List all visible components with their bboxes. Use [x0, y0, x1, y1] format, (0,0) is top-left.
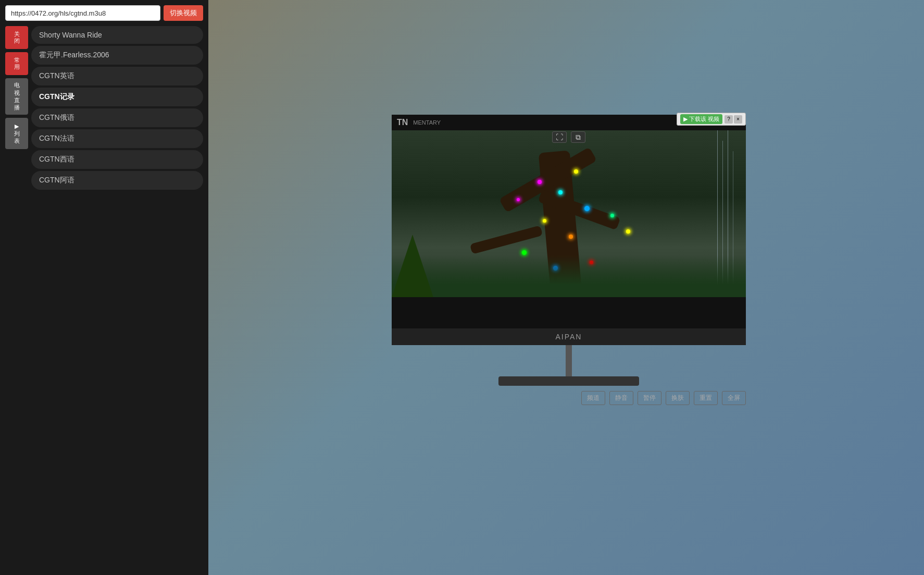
playlist-item-cgtn-doc[interactable]: CGTN记录 — [31, 88, 203, 106]
freq-button[interactable]: 频道 — [581, 391, 605, 405]
fullscreen-button[interactable]: 全屏 — [722, 391, 746, 405]
switch-video-button[interactable]: 切换视频 — [164, 5, 203, 21]
channel-tag: MENTARY — [413, 119, 441, 126]
playlist-item-cgtn-es[interactable]: CGTN西语 — [31, 150, 203, 169]
video-label: AIPAN — [392, 328, 746, 345]
tree-branch-3 — [470, 225, 543, 254]
expand-button[interactable]: ⛶ — [552, 131, 567, 143]
common-button[interactable]: 常 用 — [5, 52, 28, 75]
light-4 — [584, 206, 590, 211]
playlist: Shorty Wanna Ride 霍元甲.Fearless.2006 CGTN… — [31, 26, 203, 190]
playlist-item-shorty[interactable]: Shorty Wanna Ride — [31, 26, 203, 44]
main-content: ▶ 下载该 视频 ? × TN MENTARY ⛶ ⧉ — [214, 0, 924, 575]
light-9 — [626, 229, 630, 234]
playlist-item-cgtn-ru[interactable]: CGTN俄语 — [31, 108, 203, 127]
video-container: ▶ 下载该 视频 ? × TN MENTARY ⛶ ⧉ — [392, 115, 746, 345]
stand-base — [498, 376, 639, 386]
sidebar: 切换视频 关 闭 常 用 电 视 直 播 ▶ 列 表 Shorty Wanna … — [0, 0, 208, 575]
video-footer — [392, 297, 746, 328]
close-button[interactable]: 关 闭 — [5, 26, 28, 49]
download-label: 下载该 视频 — [689, 115, 719, 123]
url-input[interactable] — [5, 5, 160, 21]
playlist-button[interactable]: ▶ 列 表 — [5, 118, 28, 149]
download-video-button[interactable]: ▶ 下载该 视频 — [680, 114, 722, 124]
mute-button[interactable]: 静音 — [609, 391, 633, 405]
swap-button[interactable]: 换肤 — [666, 391, 690, 405]
playlist-item-cgtn-ar[interactable]: CGTN阿语 — [31, 171, 203, 190]
tv-button[interactable]: 电 视 直 播 — [5, 78, 28, 115]
side-nav: 关 闭 常 用 电 视 直 播 ▶ 列 表 Shorty Wanna Ride … — [5, 26, 203, 190]
tv-stand: ▶ 下载该 视频 ? × TN MENTARY ⛶ ⧉ — [392, 115, 746, 405]
video-background — [392, 130, 746, 297]
pause-button[interactable]: 暂停 — [638, 391, 661, 405]
light-1 — [574, 169, 578, 174]
video-screen — [392, 130, 746, 297]
video-top-controls: ⛶ ⧉ — [552, 131, 585, 143]
controls-row: 频道 静音 暂停 换肤 重置 全屏 — [392, 391, 746, 405]
nav-buttons: 关 闭 常 用 电 视 直 播 ▶ 列 表 — [5, 26, 28, 190]
light-12 — [610, 214, 614, 217]
light-2 — [538, 180, 542, 184]
ground-gradient — [392, 255, 746, 297]
stand — [498, 345, 639, 386]
stand-neck — [566, 345, 572, 376]
light-10 — [517, 198, 520, 201]
download-close-button[interactable]: × — [734, 115, 742, 124]
playlist-item-fearless[interactable]: 霍元甲.Fearless.2006 — [31, 46, 203, 65]
light-7 — [522, 250, 527, 255]
playlist-item-cgtn-en[interactable]: CGTN英语 — [31, 67, 203, 85]
playlist-item-cgtn-fr[interactable]: CGTN法语 — [31, 129, 203, 148]
pip-button[interactable]: ⧉ — [571, 131, 585, 143]
download-bar: ▶ 下载该 视频 ? × — [677, 113, 746, 126]
light-6 — [569, 235, 573, 239]
download-info-button[interactable]: ? — [725, 115, 733, 124]
light-5 — [543, 219, 546, 223]
reset-button[interactable]: 重置 — [694, 391, 718, 405]
download-close-buttons: ? × — [725, 115, 742, 124]
url-bar: 切换视频 — [5, 5, 203, 21]
channel-logo: TN — [397, 118, 408, 127]
download-play-icon: ▶ — [683, 116, 688, 123]
light-3 — [558, 190, 563, 194]
